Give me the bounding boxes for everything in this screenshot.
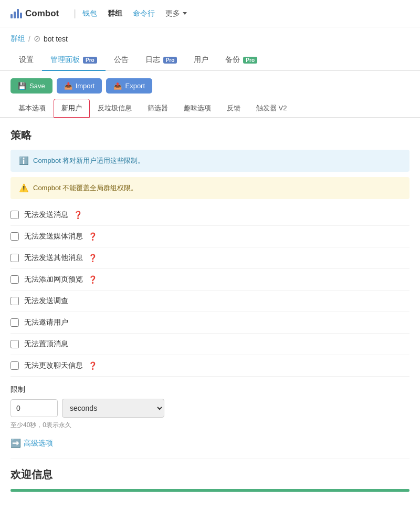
checkbox-row-2: 无法发送其他消息 ❓ bbox=[10, 247, 410, 269]
tab-backup[interactable]: 备份 Pro bbox=[217, 50, 266, 71]
nav-links: 钱包 群组 命令行 更多 bbox=[82, 9, 187, 18]
welcome-section: 欢迎信息 bbox=[10, 459, 410, 492]
tab-users[interactable]: 用户 bbox=[185, 50, 217, 71]
checkbox-row-0: 无法发送消息 ❓ bbox=[10, 204, 410, 226]
info-circle-icon: ℹ️ bbox=[19, 156, 29, 165]
checkbox-row-6: 无法置顶消息 bbox=[10, 334, 410, 355]
checkbox-label-0: 无法发送消息 bbox=[24, 210, 68, 220]
tab-dashboard[interactable]: 管理面板 Pro bbox=[42, 50, 106, 71]
logo: Combot bbox=[10, 8, 59, 19]
import-icon: 📥 bbox=[64, 82, 72, 90]
tab-spam-filter[interactable]: 反垃圾信息 bbox=[90, 99, 140, 118]
checkbox-row-1: 无法发送媒体消息 ❓ bbox=[10, 226, 410, 247]
sub-tabs: 基本选项 新用户 反垃圾信息 筛选器 趣味选项 反馈 触发器 V2 bbox=[0, 99, 420, 118]
export-icon: 📤 bbox=[113, 82, 122, 90]
no-entry-icon: ⊘ bbox=[34, 34, 40, 44]
circle-arrow-icon: ➡️ bbox=[10, 438, 21, 448]
import-button[interactable]: 📥 Import bbox=[57, 78, 102, 94]
welcome-bar bbox=[10, 489, 410, 492]
warning-icon: ⚠️ bbox=[19, 183, 29, 193]
tab-triggers-v2[interactable]: 触发器 V2 bbox=[248, 99, 295, 118]
nav-groups[interactable]: 群组 bbox=[108, 9, 122, 18]
limit-hint: 至少40秒，0表示永久 bbox=[10, 421, 410, 430]
main-tabs: 设置 管理面板 Pro 公告 日志 Pro 用户 备份 Pro bbox=[0, 50, 420, 71]
top-navigation: Combot | 钱包 群组 命令行 更多 bbox=[0, 0, 420, 27]
logo-text: Combot bbox=[25, 8, 59, 19]
breadcrumb-group-link[interactable]: 群组 bbox=[10, 34, 25, 44]
checkbox-row-3: 无法添加网页预览 ❓ bbox=[10, 269, 410, 291]
save-button[interactable]: 💾 Save bbox=[10, 78, 52, 94]
checkbox-no-messages[interactable] bbox=[10, 211, 19, 219]
limit-label: 限制 bbox=[10, 385, 410, 395]
checkbox-label-5: 无法邀请用户 bbox=[24, 318, 68, 327]
tab-feedback[interactable]: 反馈 bbox=[219, 99, 248, 118]
tab-fun-options[interactable]: 趣味选项 bbox=[176, 99, 219, 118]
tab-logs[interactable]: 日志 Pro bbox=[137, 50, 186, 71]
limit-inputs: seconds minutes hours days bbox=[10, 399, 410, 418]
help-icon-7[interactable]: ❓ bbox=[88, 361, 97, 370]
checkbox-label-6: 无法置顶消息 bbox=[24, 339, 68, 349]
export-button[interactable]: 📤 Export bbox=[106, 78, 152, 94]
checkbox-row-5: 无法邀请用户 bbox=[10, 312, 410, 334]
advanced-options-link[interactable]: ➡️ 高级选项 bbox=[10, 438, 410, 448]
nav-wallet[interactable]: 钱包 bbox=[82, 9, 97, 18]
welcome-title: 欢迎信息 bbox=[10, 468, 410, 482]
breadcrumb: 群组 / ⊘ bot test bbox=[0, 27, 420, 50]
checkbox-no-polls[interactable] bbox=[10, 297, 19, 305]
nav-commands[interactable]: 命令行 bbox=[133, 9, 155, 18]
limit-unit-select[interactable]: seconds minutes hours days bbox=[62, 399, 164, 418]
limit-number-input[interactable] bbox=[10, 399, 58, 417]
help-icon-3[interactable]: ❓ bbox=[88, 275, 97, 284]
limit-section: 限制 seconds minutes hours days 至少40秒，0表示永… bbox=[10, 385, 410, 430]
checkbox-no-change-chat-info[interactable] bbox=[10, 361, 19, 370]
checkbox-row-7: 无法更改聊天信息 ❓ bbox=[10, 355, 410, 377]
content-area: 策略 ℹ️ Compbot 将对新用户适用这些限制。 ⚠️ Compbot 不能… bbox=[0, 120, 420, 500]
info-box-yellow: ⚠️ Compbot 不能覆盖全局群组权限。 bbox=[10, 177, 410, 199]
strategy-title: 策略 bbox=[10, 128, 410, 142]
pro-badge-dashboard: Pro bbox=[83, 57, 97, 64]
tab-new-user[interactable]: 新用户 bbox=[54, 99, 90, 118]
logo-icon bbox=[10, 9, 22, 18]
tab-filters[interactable]: 筛选器 bbox=[140, 99, 176, 118]
checkbox-row-4: 无法发送调查 bbox=[10, 291, 410, 312]
action-bar: 💾 Save 📥 Import 📤 Export bbox=[0, 71, 420, 99]
checkbox-label-1: 无法发送媒体消息 bbox=[24, 232, 83, 241]
help-icon-1[interactable]: ❓ bbox=[88, 232, 97, 241]
checkbox-label-3: 无法添加网页预览 bbox=[24, 275, 83, 284]
info-box-blue: ℹ️ Compbot 将对新用户适用这些限制。 bbox=[10, 150, 410, 172]
help-icon-2[interactable]: ❓ bbox=[88, 254, 97, 262]
tab-basic-options[interactable]: 基本选项 bbox=[10, 99, 54, 118]
breadcrumb-separator: / bbox=[28, 35, 30, 43]
breadcrumb-current: bot test bbox=[44, 35, 68, 43]
checkbox-no-web-preview[interactable] bbox=[10, 275, 19, 284]
nav-more[interactable]: 更多 bbox=[165, 9, 187, 18]
checkbox-label-2: 无法发送其他消息 bbox=[24, 253, 83, 263]
tab-announcements[interactable]: 公告 bbox=[106, 50, 137, 71]
checkbox-label-4: 无法发送调查 bbox=[24, 296, 68, 306]
checkbox-no-invite[interactable] bbox=[10, 318, 19, 327]
pro-badge-backup: Pro bbox=[243, 57, 257, 64]
checkbox-no-pin[interactable] bbox=[10, 340, 19, 348]
checkbox-no-media[interactable] bbox=[10, 232, 19, 241]
save-icon: 💾 bbox=[18, 82, 26, 90]
checkbox-label-7: 无法更改聊天信息 bbox=[24, 361, 83, 370]
chevron-down-icon bbox=[183, 12, 187, 15]
help-icon-0[interactable]: ❓ bbox=[74, 211, 82, 219]
restrictions-list: 无法发送消息 ❓ 无法发送媒体消息 ❓ 无法发送其他消息 ❓ 无法添加网页预览 … bbox=[10, 204, 410, 377]
nav-divider: | bbox=[74, 8, 76, 19]
pro-badge-logs: Pro bbox=[163, 57, 177, 64]
tab-settings[interactable]: 设置 bbox=[10, 50, 42, 71]
checkbox-no-other-messages[interactable] bbox=[10, 254, 19, 262]
